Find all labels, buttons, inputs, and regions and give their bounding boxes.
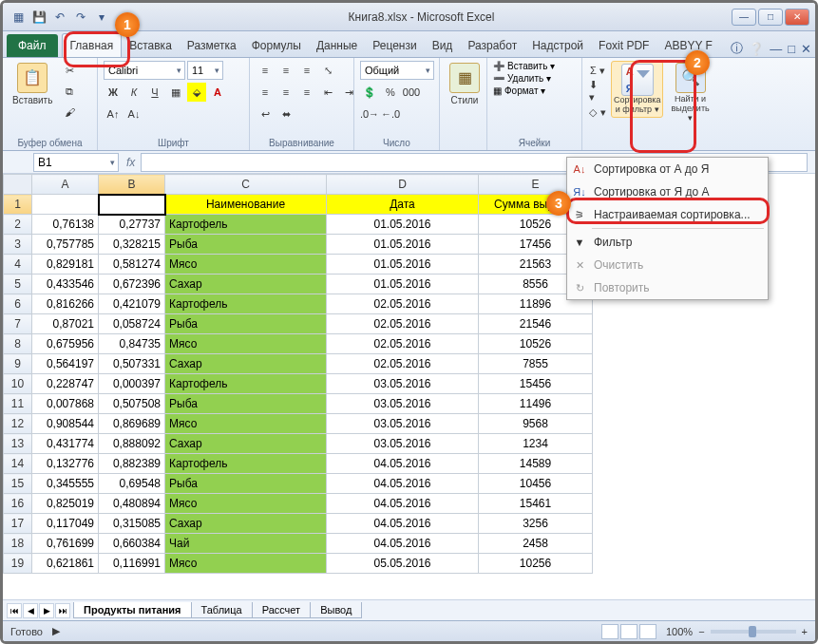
cell[interactable]: 0,27737 (99, 215, 165, 235)
align-left-icon[interactable]: ≡ (256, 83, 275, 102)
orientation-icon[interactable]: ⤡ (318, 61, 337, 80)
cell[interactable]: 0,761699 (32, 534, 99, 554)
file-tab[interactable]: Файл (7, 34, 58, 57)
cell[interactable]: 0,581274 (99, 255, 165, 275)
cell[interactable]: 0,116991 (99, 554, 165, 574)
zoom-level[interactable]: 100% (666, 626, 693, 637)
row-header[interactable]: 13 (4, 434, 32, 454)
cell[interactable]: 0,660384 (99, 534, 165, 554)
col-header-a[interactable]: A (32, 175, 99, 195)
cells-format-button[interactable]: ▦Формат ▾ (493, 85, 555, 96)
cell[interactable]: 0,431774 (32, 434, 99, 454)
format-painter-icon[interactable]: 🖌 (60, 103, 79, 122)
cell[interactable] (32, 195, 99, 215)
row-header[interactable]: 18 (4, 534, 32, 554)
bold-icon[interactable]: Ж (104, 83, 123, 102)
row-header[interactable]: 19 (4, 554, 32, 574)
cell[interactable]: 04.05.2016 (327, 454, 479, 474)
tab-formulas[interactable]: Формулы (244, 34, 309, 57)
cell[interactable]: Сахар (165, 434, 327, 454)
cell[interactable]: 0,825019 (32, 494, 99, 514)
sheet-nav-next-icon[interactable]: ▶ (39, 603, 54, 618)
cell[interactable]: 0,829181 (32, 255, 99, 275)
cell[interactable]: 01.05.2016 (327, 235, 479, 255)
tab-insert[interactable]: Вставка (122, 34, 180, 57)
col-header-c[interactable]: C (165, 175, 327, 195)
cell[interactable]: 0,345555 (32, 474, 99, 494)
cell[interactable]: 10456 (479, 474, 593, 494)
zoom-slider[interactable] (711, 630, 796, 634)
cell[interactable]: 0,672396 (99, 275, 165, 294)
cell[interactable]: 1234 (479, 434, 593, 454)
cell[interactable]: 0,76138 (32, 215, 99, 235)
dd-filter[interactable]: ▼ Фильтр (567, 231, 768, 254)
merge-icon[interactable]: ⬌ (276, 104, 295, 123)
cell[interactable]: 03.05.2016 (327, 374, 479, 394)
excel-icon[interactable]: ▦ (9, 8, 28, 27)
indent-dec-icon[interactable]: ⇤ (318, 83, 337, 102)
qat-more-icon[interactable]: ▾ (92, 8, 111, 27)
cell[interactable]: 15456 (479, 374, 593, 394)
undo-icon[interactable]: ↶ (50, 8, 69, 27)
row-header[interactable]: 9 (4, 354, 32, 374)
clear-icon[interactable]: ◇ ▾ (588, 103, 607, 122)
maximize-button[interactable]: □ (758, 9, 783, 26)
currency-icon[interactable]: 💲 (360, 83, 379, 102)
help-icon[interactable]: ❔ (749, 42, 764, 56)
cell[interactable]: 0,480894 (99, 494, 165, 514)
cell[interactable]: 01.05.2016 (327, 255, 479, 275)
cell[interactable]: 0,882389 (99, 454, 165, 474)
sheet-tab-3[interactable]: Вывод (310, 602, 362, 618)
fill-icon[interactable]: ⬇ ▾ (588, 82, 607, 101)
sheet-tab-2[interactable]: Рассчет (252, 602, 312, 618)
row-header[interactable]: 5 (4, 275, 32, 294)
dec-decimal-icon[interactable]: ←.0 (381, 104, 400, 123)
cells-delete-button[interactable]: ➖Удалить ▾ (493, 73, 555, 84)
row-header[interactable]: 16 (4, 494, 32, 514)
copy-icon[interactable]: ⧉ (60, 82, 79, 101)
cell[interactable]: 0,69548 (99, 474, 165, 494)
cell[interactable]: Мясо (165, 494, 327, 514)
cell[interactable]: 10256 (479, 554, 593, 574)
row-header[interactable]: 7 (4, 314, 32, 334)
cell[interactable]: 9568 (479, 414, 593, 434)
fx-icon[interactable]: fx (126, 156, 135, 169)
align-mid-icon[interactable]: ≡ (276, 61, 295, 80)
comma-icon[interactable]: 000 (402, 83, 421, 102)
cell[interactable]: 0,621861 (32, 554, 99, 574)
cell[interactable]: 0,675956 (32, 334, 99, 354)
cell[interactable]: 0,816266 (32, 294, 99, 314)
cell[interactable]: Рыба (165, 235, 327, 255)
cell[interactable]: 0,132776 (32, 454, 99, 474)
cell[interactable]: 0,564197 (32, 354, 99, 374)
row-header[interactable]: 4 (4, 255, 32, 275)
zoom-out-icon[interactable]: − (698, 626, 704, 637)
cell[interactable]: 03.05.2016 (327, 414, 479, 434)
cell[interactable]: Картофель (165, 374, 327, 394)
tab-layout[interactable]: Разметка (180, 34, 244, 57)
cell[interactable]: Рыба (165, 314, 327, 334)
col-header-d[interactable]: D (327, 175, 479, 195)
cell[interactable]: Картофель (165, 294, 327, 314)
row-header[interactable]: 14 (4, 454, 32, 474)
redo-icon[interactable]: ↷ (71, 8, 90, 27)
inc-decimal-icon[interactable]: .0→ (360, 104, 379, 123)
macro-icon[interactable]: ▶ (52, 625, 60, 637)
sheet-nav-first-icon[interactable]: ⏮ (7, 603, 22, 618)
cell[interactable]: 7855 (479, 354, 593, 374)
underline-icon[interactable]: Ч (145, 83, 164, 102)
view-break-icon[interactable] (639, 624, 656, 639)
minimize-ribbon-icon[interactable]: ⓘ (731, 40, 743, 57)
fill-color-icon[interactable]: ⬙ (187, 83, 206, 102)
cell[interactable]: 0,433546 (32, 275, 99, 294)
cell[interactable]: 0,421079 (99, 294, 165, 314)
percent-icon[interactable]: % (381, 83, 400, 102)
row-header[interactable]: 12 (4, 414, 32, 434)
cell[interactable]: Сахар (165, 354, 327, 374)
view-layout-icon[interactable] (620, 624, 637, 639)
cell[interactable]: 15461 (479, 494, 593, 514)
row-header[interactable]: 11 (4, 394, 32, 414)
close-button[interactable]: ✕ (785, 9, 809, 26)
font-name-combo[interactable]: Calibri (104, 61, 185, 80)
paste-button[interactable]: 📋 Вставить (9, 61, 56, 107)
